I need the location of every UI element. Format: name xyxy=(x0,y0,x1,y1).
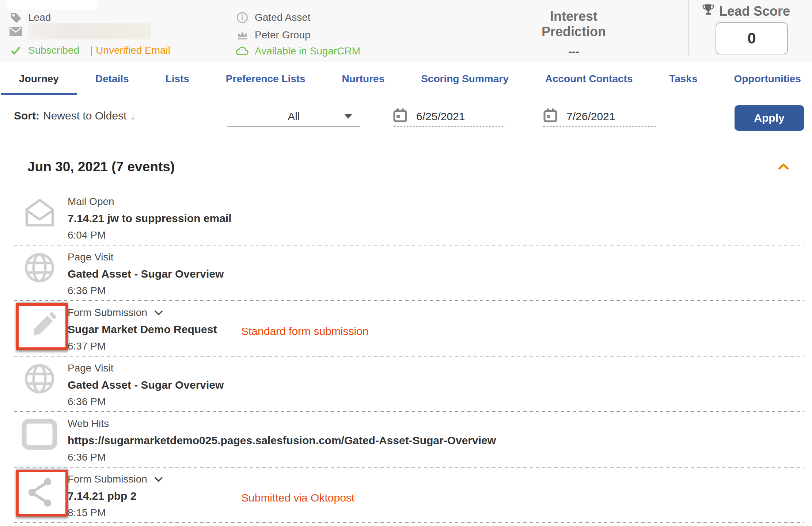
event-title: https://sugarmarketdemo025.pages.salesfu… xyxy=(68,434,496,447)
event-annotation: Submitted via Oktopost xyxy=(241,492,354,504)
interest-prediction-title: Interest Prediction xyxy=(519,9,629,39)
event-type-label: Page Visit xyxy=(68,362,114,374)
chevron-down-icon[interactable] xyxy=(154,309,163,316)
event-title: 7.14.21 pbp 2 xyxy=(68,490,163,502)
event-type-dropdown[interactable]: All xyxy=(227,107,360,127)
tab-journey[interactable]: Journey xyxy=(19,73,59,95)
event-time: 6:36 PM xyxy=(68,285,224,297)
interest-prediction: Interest Prediction --- xyxy=(519,9,629,58)
tab-account-contacts[interactable]: Account Contacts xyxy=(545,73,633,95)
event-type-label: Form Submission xyxy=(68,307,147,319)
contact-type-row: Lead xyxy=(9,11,51,24)
tab-scoring-summary[interactable]: Scoring Summary xyxy=(421,73,509,95)
crm-status: Available in SugarCRM xyxy=(255,45,360,58)
event-body: Page Visit Gated Asset - Sugar Overview … xyxy=(68,357,224,408)
calendar-icon[interactable] xyxy=(543,108,558,126)
tab-details[interactable]: Details xyxy=(95,73,129,95)
event-type-label: Mail Open xyxy=(68,196,114,207)
tab-lists[interactable]: Lists xyxy=(166,73,189,95)
group-row: Peter Group xyxy=(236,28,311,42)
apply-button[interactable]: Apply xyxy=(735,105,804,131)
event-title: Gated Asset - Sugar Overview xyxy=(68,268,224,280)
contact-email-redacted xyxy=(28,23,151,39)
calendar-icon[interactable] xyxy=(393,108,407,126)
filter-bar: Sort: Newest to Oldest ↓ All 6/25/2021 7… xyxy=(0,98,812,149)
contact-name-redacted xyxy=(6,0,98,9)
event-type-label: Page Visit xyxy=(68,251,114,263)
asset-value: Gated Asset xyxy=(255,11,311,24)
dropdown-caret-icon xyxy=(344,114,352,119)
date-group-header: Jun 30, 2021 (7 events) xyxy=(27,159,175,175)
trophy-icon xyxy=(702,3,715,19)
event-type-label: Web Hits xyxy=(68,418,109,430)
event-icon-cell xyxy=(16,359,63,400)
event-time: 8:15 PM xyxy=(68,507,163,519)
pencil-icon xyxy=(26,310,58,343)
info-icon xyxy=(236,11,249,24)
timeline-event: Page Visit Gated Asset - Sugar Overview … xyxy=(0,357,812,412)
event-type-label: Form Submission xyxy=(68,473,147,485)
event-time: 6:36 PM xyxy=(68,396,224,408)
event-title: Gated Asset - Sugar Overview xyxy=(68,379,224,391)
event-title: Sugar Market Demo Request xyxy=(68,323,217,336)
event-body: Web Hits https://sugarmarketdemo025.page… xyxy=(68,412,496,463)
share-icon xyxy=(26,476,58,511)
check-icon xyxy=(9,45,22,56)
timeline-event: Web Hits https://sugarmarketdemo025.page… xyxy=(0,412,812,468)
contact-journey-page: Lead Subscribed | Unverified Email Gated… xyxy=(0,0,812,526)
header-divider xyxy=(688,0,689,56)
event-body: Mail Open 7.14.21 jw to suppression emai… xyxy=(68,190,232,241)
group-value: Peter Group xyxy=(255,28,311,42)
date-to-field[interactable]: 7/26/2021 xyxy=(543,107,656,127)
mail-open-icon xyxy=(22,197,57,229)
event-time: 6:04 PM xyxy=(68,229,232,241)
globe-icon xyxy=(22,362,57,397)
sort-value: Newest to Oldest xyxy=(43,110,126,122)
event-icon-cell xyxy=(16,414,63,456)
contact-email-row xyxy=(9,23,151,39)
event-body: Form Submission 7.14.21 pbp 2 8:15 PM xyxy=(68,468,163,519)
crm-status-row: Available in SugarCRM xyxy=(236,45,360,58)
contact-header: Lead Subscribed | Unverified Email Gated… xyxy=(0,0,812,61)
chevron-up-icon[interactable] xyxy=(777,163,790,172)
event-body: Page Visit Gated Asset - Sugar Overview … xyxy=(68,245,224,297)
date-from-value: 6/25/2021 xyxy=(416,110,465,123)
sort-control[interactable]: Sort: Newest to Oldest ↓ xyxy=(14,110,136,122)
event-list: Mail Open 7.14.21 jw to suppression emai… xyxy=(0,190,812,523)
timeline-event: Page Visit Gated Asset - Sugar Overview … xyxy=(0,245,812,301)
tab-opportunities[interactable]: Opportunities xyxy=(734,73,801,95)
timeline-event: Form Submission Sugar Market Demo Reques… xyxy=(0,301,812,357)
tag-icon xyxy=(9,11,22,24)
timeline-event: Form Submission 7.14.21 pbp 2 8:15 PM Su… xyxy=(0,468,812,523)
chevron-down-icon[interactable] xyxy=(154,476,163,483)
event-time: 6:36 PM xyxy=(68,451,496,463)
browser-icon xyxy=(21,418,58,452)
asset-row: Gated Asset xyxy=(236,11,311,24)
sort-label: Sort: xyxy=(14,110,39,122)
email-verification-status: | Unverified Email xyxy=(90,44,170,57)
globe-icon xyxy=(22,251,57,286)
subscription-row: Subscribed | Unverified Email xyxy=(9,44,170,57)
tab-nurtures[interactable]: Nurtures xyxy=(342,73,385,95)
cloud-icon xyxy=(236,46,249,57)
contact-type-label: Lead xyxy=(28,11,51,24)
event-title: 7.14.21 jw to suppression email xyxy=(68,212,232,225)
date-group-row: Jun 30, 2021 (7 events) xyxy=(27,159,790,175)
tab-preference-lists[interactable]: Preference Lists xyxy=(226,73,306,95)
date-from-field[interactable]: 6/25/2021 xyxy=(393,107,505,127)
tab-tasks[interactable]: Tasks xyxy=(669,73,697,95)
interest-prediction-value: --- xyxy=(519,45,629,58)
timeline-event: Mail Open 7.14.21 jw to suppression emai… xyxy=(0,190,812,245)
lead-score-value: 0 xyxy=(716,22,788,54)
event-body: Form Submission Sugar Market Demo Reques… xyxy=(68,301,217,352)
tab-bar: JourneyDetailsListsPreference ListsNurtu… xyxy=(0,61,812,98)
envelope-icon xyxy=(9,27,22,36)
event-icon-cell xyxy=(16,248,63,289)
arrow-down-icon: ↓ xyxy=(130,110,136,122)
event-icon-cell xyxy=(16,470,68,517)
event-icon-cell xyxy=(16,192,63,234)
event-annotation: Standard form submission xyxy=(241,325,369,338)
subscription-status: Subscribed xyxy=(28,44,79,57)
lead-score: Lead Score 0 xyxy=(702,3,804,54)
crown-icon xyxy=(236,30,249,41)
